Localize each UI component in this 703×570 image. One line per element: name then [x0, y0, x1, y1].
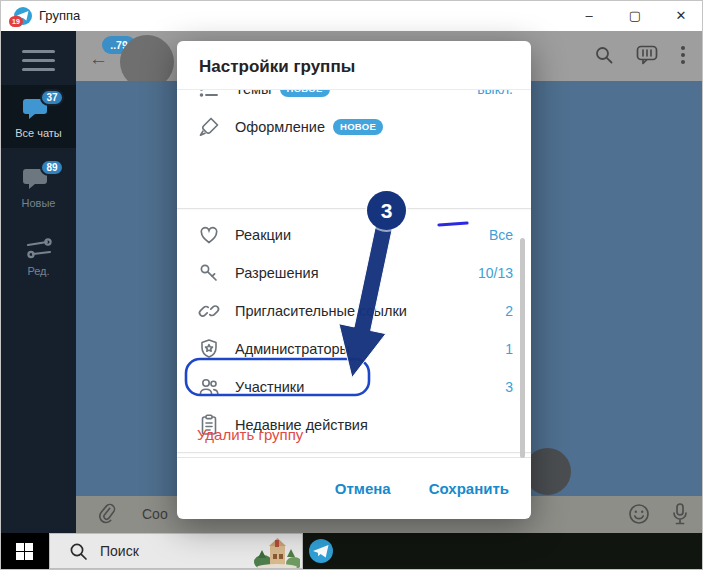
brush-icon — [197, 115, 221, 139]
row-administrators[interactable]: Администраторы 1 — [177, 330, 531, 368]
section-divider — [177, 452, 531, 453]
minimize-button[interactable]: – — [566, 1, 612, 31]
row-topics[interactable]: Темы НОВОЕ выкл. — [177, 89, 531, 108]
close-button[interactable]: ✕ — [658, 1, 703, 31]
save-button[interactable]: Сохранить — [429, 480, 509, 497]
row-permissions[interactable]: Разрешения 10/13 — [177, 254, 531, 292]
cancel-button[interactable]: Отмена — [335, 480, 391, 497]
row-members[interactable]: Участники 3 — [177, 368, 531, 406]
key-icon — [197, 261, 221, 285]
window-title: Группа — [39, 8, 80, 23]
row-label: Реакции — [235, 227, 291, 243]
topics-icon[interactable] — [636, 45, 658, 65]
row-invite-links[interactable]: Пригласительные ссылки 2 — [177, 292, 531, 330]
scroll-to-bottom-button[interactable] — [524, 448, 571, 495]
link-icon — [197, 299, 221, 323]
start-button[interactable] — [1, 533, 49, 569]
row-value: Все — [489, 227, 513, 243]
unread-count-badge: 19 — [9, 16, 23, 27]
row-value: 1 — [505, 341, 513, 357]
row-label: Темы — [235, 89, 272, 97]
windows-logo-icon — [16, 543, 33, 560]
dialog-footer: Отмена Сохранить — [177, 458, 531, 519]
window-titlebar: 19 Группа – ▢ ✕ — [1, 1, 703, 31]
all-chats-badge: 37 — [40, 89, 63, 106]
sidebar: 37 Все чаты 89 Новые — [1, 31, 76, 533]
row-reactions[interactable]: Реакции Все — [177, 216, 531, 254]
row-value: выкл. — [477, 89, 513, 97]
delete-group-button[interactable]: Удалить группу — [197, 426, 303, 443]
search-icon[interactable] — [594, 45, 614, 65]
kebab-menu-icon[interactable] — [680, 45, 686, 65]
row-value: 10/13 — [478, 265, 513, 281]
sidebar-item-all-chats[interactable]: 37 Все чаты — [1, 85, 76, 148]
message-input[interactable]: Соо — [142, 506, 168, 522]
taskbar-search-box[interactable]: Поиск — [49, 533, 303, 569]
row-label: Участники — [235, 379, 304, 395]
maximize-button[interactable]: ▢ — [612, 1, 658, 31]
taskbar-telegram-icon[interactable] — [309, 539, 333, 563]
search-placeholder: Поиск — [100, 543, 139, 559]
menu-icon[interactable] — [22, 50, 55, 77]
filters-icon — [23, 237, 55, 263]
new-chats-badge: 89 — [40, 159, 63, 176]
search-icon — [69, 542, 88, 561]
windows-taskbar: Поиск — [1, 533, 703, 569]
members-icon — [197, 375, 221, 399]
sidebar-item-edit[interactable]: Ред. — [1, 227, 76, 286]
screenshot: 19 Группа – ▢ ✕ 37 Все чаты — [0, 0, 703, 570]
new-badge: НОВОЕ — [333, 119, 383, 135]
search-highlight-image[interactable] — [254, 536, 300, 568]
row-appearance[interactable]: Оформление НОВОЕ — [177, 108, 531, 146]
attach-icon[interactable] — [97, 503, 117, 525]
settings-list: Темы НОВОЕ выкл. Оформление НОВОЕ — [177, 89, 531, 458]
section-divider — [177, 208, 531, 209]
modal-scrollbar[interactable] — [520, 238, 525, 458]
new-badge: НОВОЕ — [280, 89, 330, 97]
sidebar-item-label: Новые — [1, 197, 76, 218]
row-value: 2 — [505, 303, 513, 319]
row-label: Оформление — [235, 119, 325, 135]
row-label: Разрешения — [235, 265, 319, 281]
heart-icon — [197, 223, 221, 247]
sidebar-item-new[interactable]: 89 Новые — [1, 155, 76, 218]
shield-star-icon — [197, 337, 221, 361]
group-settings-dialog: Настройки группы Темы НОВОЕ выкл. — [177, 41, 531, 519]
sidebar-item-label: Ред. — [1, 265, 76, 286]
row-label: Администраторы — [235, 341, 350, 357]
row-label: Пригласительные ссылки — [235, 303, 407, 319]
dialog-title: Настройки группы — [199, 57, 355, 77]
emoji-icon[interactable] — [628, 503, 650, 525]
microphone-icon[interactable] — [672, 503, 688, 525]
list-icon — [197, 89, 221, 101]
sidebar-item-label: Все чаты — [1, 127, 76, 148]
row-value: 3 — [505, 379, 513, 395]
